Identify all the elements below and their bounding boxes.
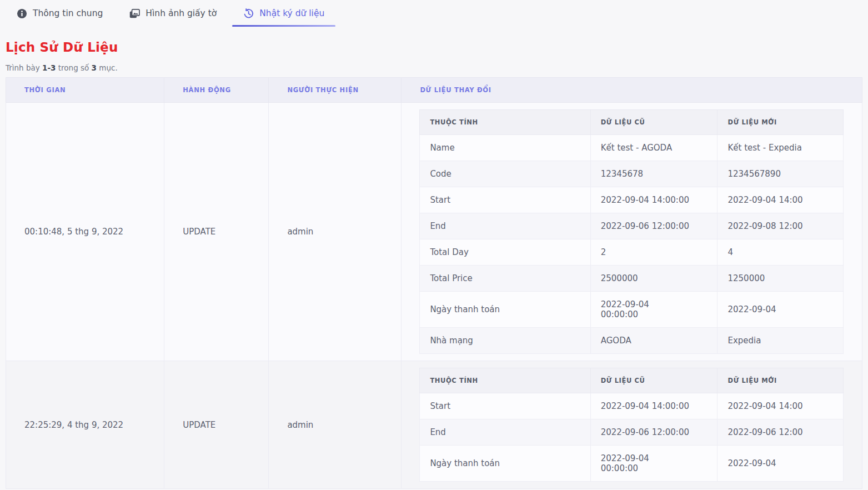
change-row: Total Day24 bbox=[420, 239, 844, 266]
new-value-cell: 1250000 bbox=[718, 266, 844, 292]
old-value-cell: AGODA bbox=[590, 328, 718, 354]
change-row: Ngày thanh toán2022-09-04 00:00:002022-0… bbox=[420, 292, 844, 328]
page-title: Lịch Sử Dữ Liệu bbox=[6, 40, 868, 54]
summary-range: 1-3 bbox=[42, 63, 56, 72]
log-user-cell: admin bbox=[269, 361, 402, 489]
summary-prefix: Trình bày bbox=[6, 63, 42, 72]
col-header-old-data: DỮ LIỆU CŨ bbox=[590, 110, 718, 135]
change-row: Code123456781234567890 bbox=[420, 161, 844, 187]
change-row: End2022-09-06 12:00:002022-09-06 12:00 bbox=[420, 419, 844, 446]
attribute-cell: End bbox=[420, 419, 590, 446]
tab-label: Hình ảnh giấy tờ bbox=[145, 8, 217, 18]
history-table: THỜI GIAN HÀNH ĐỘNG NGƯỜI THỰC HIỆN DỮ L… bbox=[6, 77, 862, 489]
old-value-cell: 2022-09-04 14:00:00 bbox=[590, 187, 718, 213]
attribute-cell: Start bbox=[420, 393, 590, 419]
attribute-cell: Name bbox=[420, 135, 590, 161]
old-value-cell: Kết test - AGODA bbox=[590, 135, 718, 161]
tab-general-info[interactable]: Thông tin chung bbox=[6, 1, 114, 26]
changes-table: THUỘC TÍNHDỮ LIỆU CŨDỮ LIỆU MỚINameKết t… bbox=[419, 109, 844, 354]
new-value-cell: 2022-09-04 14:00 bbox=[718, 187, 844, 213]
changes-table-body: NameKết test - AGODAKết test - ExpediaCo… bbox=[420, 135, 844, 354]
new-value-cell: Expedia bbox=[718, 328, 844, 354]
col-header-attribute: THUỘC TÍNH bbox=[420, 110, 590, 135]
changes-cell: THUỘC TÍNHDỮ LIỆU CŨDỮ LIỆU MỚINameKết t… bbox=[402, 103, 862, 361]
new-value-cell: 2022-09-04 bbox=[718, 446, 844, 482]
attribute-cell: Ngày thanh toán bbox=[420, 292, 590, 328]
old-value-cell: 2022-09-04 14:00:00 bbox=[590, 393, 718, 419]
new-value-cell: 2022-09-04 14:00 bbox=[718, 393, 844, 419]
new-value-cell: 2022-09-04 bbox=[718, 292, 844, 328]
summary-middle: trong số bbox=[56, 63, 91, 72]
tab-label: Nhật ký dữ liệu bbox=[259, 8, 324, 18]
new-value-cell: 2022-09-06 12:00 bbox=[718, 419, 844, 446]
old-value-cell: 2022-09-06 12:00:00 bbox=[590, 419, 718, 446]
old-value-cell: 2 bbox=[590, 239, 718, 266]
log-time-cell: 00:10:48, 5 thg 9, 2022 bbox=[6, 103, 164, 361]
change-row: Ngày thanh toán2022-09-04 00:00:002022-0… bbox=[420, 446, 844, 482]
tab-bar: Thông tin chung Hình ảnh giấy tờ Nhật ký… bbox=[0, 0, 868, 27]
changes-table-header: THUỘC TÍNHDỮ LIỆU CŨDỮ LIỆU MỚI bbox=[420, 110, 844, 135]
new-value-cell: 2022-09-08 12:00 bbox=[718, 213, 844, 239]
changes-cell: THUỘC TÍNHDỮ LIỆU CŨDỮ LIỆU MỚIStart2022… bbox=[402, 361, 862, 489]
tab-label: Thông tin chung bbox=[33, 8, 103, 18]
new-value-cell: Kết test - Expedia bbox=[718, 135, 844, 161]
log-action-cell: UPDATE bbox=[164, 361, 269, 489]
info-icon bbox=[17, 8, 27, 19]
col-header-new-data: DỮ LIỆU MỚI bbox=[718, 110, 844, 135]
history-icon bbox=[243, 8, 254, 19]
old-value-cell: 12345678 bbox=[590, 161, 718, 187]
change-row: NameKết test - AGODAKết test - Expedia bbox=[420, 135, 844, 161]
change-row: Start2022-09-04 14:00:002022-09-04 14:00 bbox=[420, 187, 844, 213]
col-header-new-data: DỮ LIỆU MỚI bbox=[718, 368, 844, 393]
log-row: 00:10:48, 5 thg 9, 2022UPDATEadminTHUỘC … bbox=[6, 103, 862, 361]
old-value-cell: 2022-09-06 12:00:00 bbox=[590, 213, 718, 239]
changes-table: THUỘC TÍNHDỮ LIỆU CŨDỮ LIỆU MỚIStart2022… bbox=[419, 368, 844, 482]
changes-header-row: THUỘC TÍNHDỮ LIỆU CŨDỮ LIỆU MỚI bbox=[420, 110, 844, 135]
attribute-cell: Total Day bbox=[420, 239, 590, 266]
col-header-changed-data: DỮ LIỆU THAY ĐỔI bbox=[402, 78, 862, 103]
summary-suffix: mục. bbox=[97, 63, 118, 72]
log-action-cell: UPDATE bbox=[164, 103, 269, 361]
attribute-cell: Nhà mạng bbox=[420, 328, 590, 354]
result-summary: Trình bày 1-3 trong số 3 mục. bbox=[6, 63, 868, 72]
attribute-cell: Code bbox=[420, 161, 590, 187]
col-header-old-data: DỮ LIỆU CŨ bbox=[590, 368, 718, 393]
new-value-cell: 1234567890 bbox=[718, 161, 844, 187]
tab-document-images[interactable]: Hình ảnh giấy tờ bbox=[118, 1, 228, 26]
changes-table-header: THUỘC TÍNHDỮ LIỆU CŨDỮ LIỆU MỚI bbox=[420, 368, 844, 393]
change-row: End2022-09-06 12:00:002022-09-08 12:00 bbox=[420, 213, 844, 239]
history-table-header-row: THỜI GIAN HÀNH ĐỘNG NGƯỜI THỰC HIỆN DỮ L… bbox=[6, 78, 862, 103]
log-user-cell: admin bbox=[269, 103, 402, 361]
changes-table-body: Start2022-09-04 14:00:002022-09-04 14:00… bbox=[420, 393, 844, 482]
old-value-cell: 2500000 bbox=[590, 266, 718, 292]
col-header-attribute: THUỘC TÍNH bbox=[420, 368, 590, 393]
changes-header-row: THUỘC TÍNHDỮ LIỆU CŨDỮ LIỆU MỚI bbox=[420, 368, 844, 393]
change-row: Start2022-09-04 14:00:002022-09-04 14:00 bbox=[420, 393, 844, 419]
change-row: Total Price25000001250000 bbox=[420, 266, 844, 292]
tab-data-log[interactable]: Nhật ký dữ liệu bbox=[232, 1, 335, 26]
change-row: Nhà mạngAGODAExpedia bbox=[420, 328, 844, 354]
log-row: 22:25:29, 4 thg 9, 2022UPDATEadminTHUỘC … bbox=[6, 361, 862, 489]
attribute-cell: Start bbox=[420, 187, 590, 213]
log-time-cell: 22:25:29, 4 thg 9, 2022 bbox=[6, 361, 164, 489]
images-icon bbox=[129, 8, 140, 19]
col-header-action: HÀNH ĐỘNG bbox=[164, 78, 269, 103]
new-value-cell: 4 bbox=[718, 239, 844, 266]
col-header-time: THỜI GIAN bbox=[6, 78, 164, 103]
old-value-cell: 2022-09-04 00:00:00 bbox=[590, 292, 718, 328]
col-header-user: NGƯỜI THỰC HIỆN bbox=[269, 78, 402, 103]
attribute-cell: End bbox=[420, 213, 590, 239]
summary-total: 3 bbox=[92, 63, 97, 72]
old-value-cell: 2022-09-04 00:00:00 bbox=[590, 446, 718, 482]
attribute-cell: Total Price bbox=[420, 266, 590, 292]
attribute-cell: Ngày thanh toán bbox=[420, 446, 590, 482]
